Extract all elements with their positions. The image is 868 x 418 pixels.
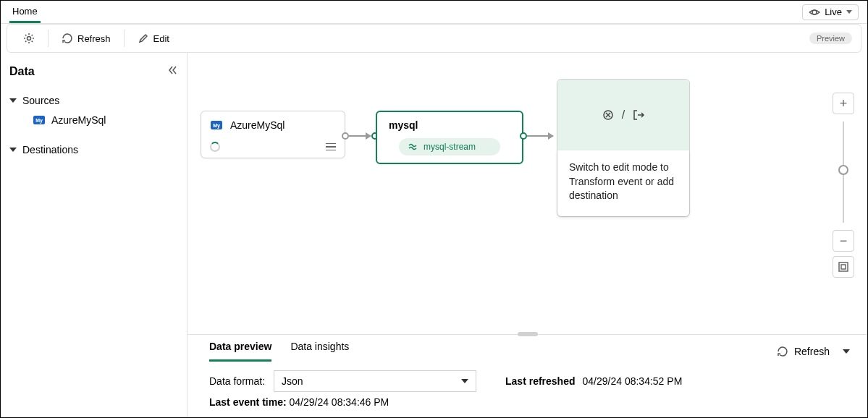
chevron-down-icon <box>9 98 17 103</box>
zoom-slider[interactable] <box>833 114 854 230</box>
port-out[interactable] <box>520 132 527 140</box>
canvas[interactable]: My AzureMySql mysql mysql-stream <box>187 53 867 417</box>
mysql-icon: My <box>210 119 223 132</box>
chevron-double-left-icon <box>167 64 178 76</box>
live-indicator[interactable]: Live <box>802 4 859 20</box>
tab-home[interactable]: Home <box>9 1 41 23</box>
tab-data-preview[interactable]: Data preview <box>209 341 271 362</box>
collapse-sidebar-button[interactable] <box>167 64 178 79</box>
sidebar-title: Data <box>9 65 35 78</box>
node-source[interactable]: My AzureMySql <box>201 111 345 158</box>
node-stream[interactable]: mysql mysql-stream <box>376 111 523 164</box>
chevron-down-icon <box>461 379 468 383</box>
bottom-panel: Data preview Data insights Refresh Data … <box>187 334 867 417</box>
edit-icon <box>138 33 149 44</box>
node-source-title: AzureMySql <box>230 119 285 131</box>
loading-spinner-icon <box>210 142 220 152</box>
zoom-slider-handle[interactable] <box>838 165 848 175</box>
destinations-group[interactable]: Destinations <box>9 141 178 158</box>
last-refreshed-value: 04/29/24 08:34:52 PM <box>583 375 683 387</box>
format-value: Json <box>282 375 303 387</box>
settings-button[interactable] <box>16 28 42 48</box>
svg-point-1 <box>28 37 31 40</box>
tab-data-insights[interactable]: Data insights <box>290 341 349 362</box>
zoom-out-button[interactable]: − <box>833 230 854 252</box>
node-menu-button[interactable] <box>326 143 336 151</box>
bottom-refresh-label: Refresh <box>794 346 830 357</box>
sidebar: Data Sources My AzureMySql Destinations <box>1 53 187 417</box>
node-destination[interactable]: / Switch to edit mode to Transform event… <box>557 79 690 217</box>
output-icon <box>632 108 645 121</box>
last-event-label: Last event time: <box>209 396 287 408</box>
refresh-icon <box>62 33 73 44</box>
last-refreshed-label: Last refreshed <box>505 375 575 387</box>
edge-source-stream <box>349 135 371 137</box>
stream-pill-label: mysql-stream <box>424 142 476 152</box>
svg-rect-7 <box>839 263 848 271</box>
sources-group[interactable]: Sources <box>9 92 178 109</box>
stream-pill[interactable]: mysql-stream <box>399 138 500 155</box>
preview-badge: Preview <box>809 33 852 44</box>
source-item-label: AzureMySql <box>51 114 106 126</box>
format-label: Data format: <box>209 375 265 387</box>
edit-label: Edit <box>153 33 169 44</box>
chevron-down-icon <box>846 10 852 14</box>
node-dest-hint: Switch to edit mode to Transform event o… <box>557 150 689 216</box>
edge-stream-dest <box>527 135 553 137</box>
resize-handle[interactable] <box>518 332 538 336</box>
source-item-azuremysql[interactable]: My AzureMySql <box>9 109 178 131</box>
last-event-value: 04/29/24 08:34:46 PM <box>289 396 389 408</box>
mysql-icon: My <box>33 114 46 127</box>
chevron-down-icon <box>843 349 850 354</box>
svg-text:My: My <box>35 118 43 124</box>
live-label: Live <box>825 7 842 17</box>
edit-button[interactable]: Edit <box>130 28 177 48</box>
zoom-in-button[interactable]: + <box>833 93 854 114</box>
destinations-label: Destinations <box>22 144 78 155</box>
svg-text:My: My <box>213 123 220 129</box>
bottom-refresh-button[interactable]: Refresh <box>777 346 850 357</box>
fit-icon <box>838 262 848 272</box>
stream-icon <box>408 142 418 152</box>
refresh-label: Refresh <box>77 33 111 44</box>
transform-icon <box>602 108 615 121</box>
refresh-icon <box>777 346 788 357</box>
zoom-fit-button[interactable] <box>833 256 854 278</box>
chevron-down-icon <box>9 148 17 152</box>
eye-icon <box>809 7 820 18</box>
node-stream-title: mysql <box>389 119 513 131</box>
gear-icon <box>23 33 35 44</box>
refresh-button[interactable]: Refresh <box>54 28 118 48</box>
svg-rect-8 <box>841 265 846 269</box>
format-select[interactable]: Json <box>274 370 476 392</box>
port-out[interactable] <box>342 132 349 140</box>
sources-label: Sources <box>22 95 59 106</box>
